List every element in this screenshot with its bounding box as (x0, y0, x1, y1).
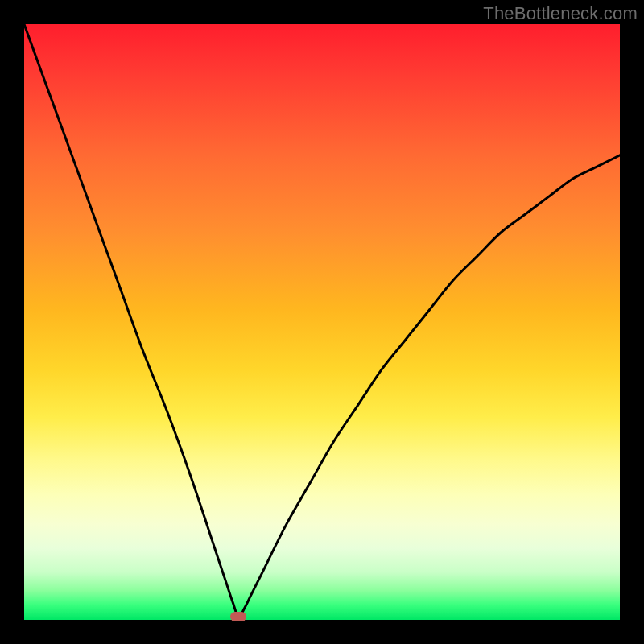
curve-svg (24, 24, 620, 620)
watermark-text: TheBottleneck.com (483, 3, 638, 24)
optimal-point-marker (230, 612, 246, 621)
bottleneck-curve (24, 24, 620, 617)
plot-area (24, 24, 620, 620)
chart-frame: TheBottleneck.com (0, 0, 644, 644)
